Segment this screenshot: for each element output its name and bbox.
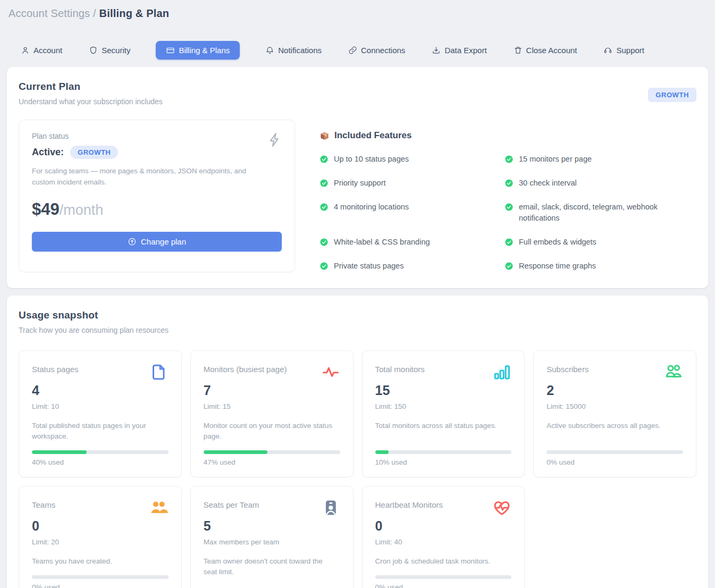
usage-card-title: Status pages [32,363,79,374]
usage-card-description: Active subscribers across all pages. [546,421,683,431]
tab-connections[interactable]: Connections [347,41,406,60]
plan-status-card: Plan status Active: GROWTH For scaling t… [19,120,295,272]
plan-price: $49/month [32,200,282,219]
usage-card-title: Total monitors [375,363,425,374]
check-circle-icon [319,179,329,188]
usage-card-description: Teams you have created. [32,556,169,567]
usage-percent-label: 0% used [375,583,512,588]
check-circle-icon [319,203,329,212]
headset-icon [603,46,612,55]
usage-card-limit: Limit: 40 [375,538,512,546]
feature-item: 4 monitoring locations [319,201,495,225]
shield-icon [89,46,98,55]
heart-pulse-icon [492,498,511,517]
check-circle-icon [319,262,329,271]
check-circle-icon [319,238,329,247]
feature-item: email, slack, discord, telegram, webhook… [504,201,696,225]
current-plan-section: Current Plan Understand what your subscr… [7,67,708,288]
credit-card-icon [166,46,175,55]
usage-card-heartbeat-monitors: Heartbeat Monitors 0 Limit: 40 Cron job … [362,486,525,588]
feature-item: Up to 10 status pages [319,154,495,165]
link-icon [348,46,357,55]
progress-fill [375,450,389,454]
features-title: Included Features [334,130,411,141]
usage-snapshot-section: Usage snapshot Track how you are consumi… [7,296,708,588]
feature-item: Full embeds & widgets [504,237,696,248]
plan-badge: GROWTH [70,146,118,159]
tab-data-export[interactable]: Data Export [431,41,487,60]
usage-card-title: Seats per Team [204,498,259,509]
progress-bar [375,575,512,579]
usage-card-description: Total monitors across all status pages. [375,421,512,431]
usage-card-limit: Limit: 150 [375,402,512,410]
usage-card-title: Teams [32,498,55,509]
feature-item: 15 monitors per page [504,154,696,165]
tab-security[interactable]: Security [88,41,131,60]
plan-description: For scaling teams — more pages & monitor… [32,166,255,188]
usage-card-description: Cron job & scheduled task monitors. [375,556,512,567]
change-plan-button[interactable]: Change plan [32,232,282,251]
usage-card-value: 5 [204,518,340,534]
usage-card-total-monitors: Total monitors 15 Limit: 150 Total monit… [362,350,525,478]
included-features: Included Features Up to 10 status pages … [319,120,696,272]
check-circle-icon [504,155,514,164]
usage-percent-label: 0% used [32,583,169,588]
progress-bar [546,450,683,454]
download-icon [432,46,441,55]
tab-notifications[interactable]: Notifications [264,41,323,60]
usage-card-title: Subscribers [546,363,588,374]
usage-card-subscribers: Subscribers 2 Limit: 15000 Active subscr… [533,350,696,478]
usage-card-limit: Limit: 15 [204,402,340,410]
progress-fill [32,450,87,454]
usage-card-title: Heartbeat Monitors [375,498,443,509]
usage-card-limit: Limit: 10 [32,402,169,410]
current-plan-title: Current Plan [19,81,696,93]
progress-bar [375,450,512,454]
check-circle-icon [319,155,329,164]
tab-account[interactable]: Account [20,41,63,60]
usage-card-limit: Limit: 20 [32,538,169,546]
usage-card-teams: Teams 0 Limit: 20 Teams you have created… [19,486,182,588]
users-outline-icon [664,363,683,382]
plan-status-label: Plan status [32,132,282,140]
trash-icon [514,46,523,55]
usage-card-title: Monitors (busiest page) [204,363,287,374]
settings-tabbar: Account Security Billing & Plans Notific… [20,41,708,60]
usage-card-description: Team owner doesn't count toward the seat… [204,556,340,578]
plan-status-value: Active: [32,147,64,158]
file-icon [149,363,169,382]
feature-item: Response time graphs [504,261,696,272]
usage-card-monitors-busiest: Monitors (busiest page) 7 Limit: 15 Moni… [190,350,354,478]
usage-percent-label: 10% used [375,458,512,466]
user-icon [21,46,30,55]
users-filled-icon [149,498,169,517]
progress-bar [32,575,169,579]
bell-icon [265,46,274,55]
page-title: Billing & Plan [99,7,170,19]
usage-card-seats-per-team: Seats per Team 5 Max members per team Te… [190,486,354,588]
feature-item: 30 check interval [504,178,696,189]
usage-card-value: 7 [204,383,340,398]
breadcrumb: Account Settings / Billing & Plan [9,7,708,20]
feature-item: Priority support [319,178,495,189]
usage-card-value: 0 [375,518,512,534]
arrow-up-circle-icon [128,237,137,246]
bar-chart-icon [492,363,511,382]
check-circle-icon [504,262,514,271]
usage-title: Usage snapshot [19,309,696,321]
usage-card-description: Total published status pages in your wor… [32,421,169,442]
lightning-icon [267,132,283,148]
progress-bar [204,450,340,454]
pulse-icon [321,363,340,382]
usage-grid-row-1: Status pages 4 Limit: 10 Total published… [19,350,696,588]
progress-fill [204,450,268,454]
tab-support[interactable]: Support [602,41,645,60]
feature-item: Private status pages [319,261,495,272]
usage-card-status-pages: Status pages 4 Limit: 10 Total published… [19,350,182,478]
tab-billing-plans[interactable]: Billing & Plans [156,41,240,60]
usage-percent-label: 40% used [32,458,169,466]
tab-close-account[interactable]: Close Account [512,41,578,60]
plan-tier-badge: GROWTH [648,88,696,102]
check-circle-icon [504,179,514,188]
check-circle-icon [504,203,514,212]
